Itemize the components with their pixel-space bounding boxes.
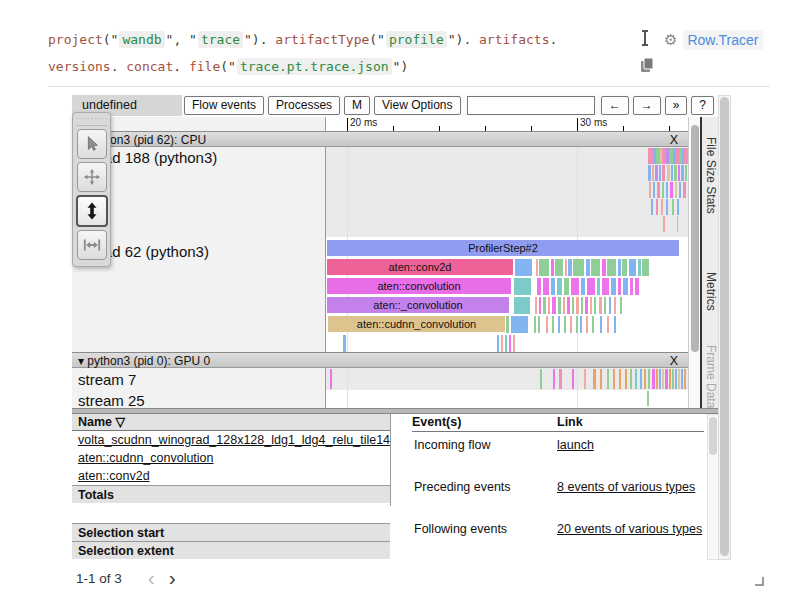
trace-event-stripe[interactable] bbox=[581, 297, 583, 314]
toolbar-button-processes[interactable]: Processes bbox=[268, 96, 340, 115]
kernel-event-stripe[interactable] bbox=[630, 369, 632, 389]
trace-event-stripe[interactable] bbox=[572, 297, 574, 314]
trace-event-stripe[interactable] bbox=[620, 297, 622, 314]
palette-drag-handle[interactable]: ·················· bbox=[76, 114, 107, 126]
toolbar-button-flow-events[interactable]: Flow events bbox=[184, 96, 264, 115]
trace-event-stripe[interactable] bbox=[672, 199, 674, 215]
toolbar-button-m[interactable]: M bbox=[344, 96, 370, 115]
gpu-process-header[interactable]: ▾ python3 (pid 0): GPU 0 X bbox=[72, 352, 688, 368]
trace-event-stripe[interactable] bbox=[548, 297, 550, 314]
trace-event-stripe[interactable] bbox=[543, 278, 549, 295]
nav-button-forward[interactable]: → bbox=[633, 96, 661, 115]
trace-event-stripe[interactable] bbox=[670, 182, 673, 198]
previous-page-button[interactable]: ‹ bbox=[148, 568, 155, 588]
kernel-event-stripe[interactable] bbox=[652, 369, 655, 389]
trace-event-stripe[interactable] bbox=[539, 259, 549, 276]
trace-event-stripe[interactable] bbox=[656, 199, 658, 215]
trace-event-stripe[interactable] bbox=[607, 316, 609, 333]
kernel-event-stripe[interactable] bbox=[681, 369, 683, 389]
trace-event-stripe[interactable] bbox=[513, 335, 515, 352]
time-ruler[interactable]: 20 ms30 ms bbox=[325, 117, 688, 132]
trace-event-stripe[interactable] bbox=[630, 278, 633, 295]
select-tool-button[interactable] bbox=[77, 129, 107, 159]
trace-event-stripe[interactable] bbox=[557, 278, 562, 295]
trace-event-stripe[interactable] bbox=[552, 316, 554, 333]
name-table-link-row[interactable]: aten::conv2d bbox=[72, 467, 390, 485]
trace-event-stripe[interactable] bbox=[551, 278, 555, 295]
trace-event-stripe[interactable] bbox=[663, 216, 665, 232]
trace-event-stripe[interactable] bbox=[580, 316, 582, 333]
kernel-event-stripe[interactable] bbox=[662, 369, 664, 389]
trace-event-stripe[interactable] bbox=[648, 165, 651, 181]
kernel-event-stripe[interactable] bbox=[669, 369, 671, 389]
kernel-event-stripe[interactable] bbox=[619, 369, 621, 389]
trace-event-stripe[interactable] bbox=[678, 165, 680, 181]
kernel-event-stripe[interactable] bbox=[644, 369, 646, 389]
trace-event-stripe[interactable] bbox=[679, 182, 681, 198]
trace-event-stripe[interactable] bbox=[558, 316, 560, 333]
trace-event-stripe[interactable] bbox=[666, 182, 668, 198]
trace-event-stripe[interactable] bbox=[551, 259, 554, 276]
trace-event-stripe[interactable] bbox=[543, 297, 546, 314]
trace-event-stripe[interactable] bbox=[614, 316, 616, 333]
trace-event-stripe[interactable] bbox=[618, 259, 621, 276]
kernel-event-stripe[interactable] bbox=[648, 369, 650, 389]
trace-event-stripe[interactable] bbox=[501, 335, 503, 352]
kernel-event-stripe[interactable] bbox=[584, 369, 586, 389]
trace-event-stripe[interactable] bbox=[607, 259, 616, 276]
trace-event-stripe[interactable] bbox=[671, 165, 673, 181]
outer-scrollbar[interactable] bbox=[718, 95, 731, 560]
trace-event-stripe[interactable] bbox=[674, 165, 677, 181]
trace-event-stripe[interactable] bbox=[585, 297, 588, 314]
nav-button-help[interactable]: ? bbox=[691, 96, 714, 115]
trace-event-stripe[interactable] bbox=[538, 316, 540, 333]
trace-event-stripe[interactable] bbox=[509, 335, 511, 352]
trace-span[interactable]: aten::convolution bbox=[327, 278, 511, 294]
horizontal-zoom-tool-button[interactable] bbox=[77, 230, 107, 260]
next-page-button[interactable]: › bbox=[169, 568, 176, 588]
kernel-event-stripe[interactable] bbox=[625, 369, 627, 389]
trace-span[interactable]: aten::cudnn_convolution bbox=[328, 316, 505, 332]
trace-event-stripe[interactable] bbox=[614, 297, 616, 314]
trace-event-stripe[interactable] bbox=[653, 182, 655, 198]
trace-event-stripe[interactable] bbox=[539, 297, 541, 314]
analysis-scrollbar-thumb[interactable] bbox=[709, 417, 717, 455]
trace-event-stripe[interactable] bbox=[649, 182, 651, 198]
kernel-event-stripe[interactable] bbox=[593, 369, 596, 389]
trace-event-stripe[interactable] bbox=[599, 297, 602, 314]
resize-grip[interactable] bbox=[755, 577, 764, 586]
trace-event-stripe[interactable] bbox=[586, 259, 590, 276]
nav-button-fast-forward[interactable]: » bbox=[665, 96, 688, 115]
trace-event-stripe[interactable] bbox=[343, 335, 346, 352]
timeline-scrollbar-thumb[interactable] bbox=[691, 125, 699, 352]
kernel-event-stripe[interactable] bbox=[647, 391, 649, 406]
trace-event-stripe[interactable] bbox=[609, 297, 611, 314]
trace-event-stripe[interactable] bbox=[546, 316, 548, 333]
trace-span[interactable]: ProfilerStep#2 bbox=[327, 240, 679, 256]
kernel-event-stripe[interactable] bbox=[659, 369, 661, 389]
trace-event-stripe[interactable] bbox=[536, 259, 538, 276]
trace-event-stripe[interactable] bbox=[581, 278, 585, 295]
trace-event-stripe[interactable] bbox=[565, 259, 567, 276]
timeline-scrollbar[interactable] bbox=[688, 117, 700, 408]
trace-event-stripe[interactable] bbox=[655, 165, 658, 181]
trace-event-stripe[interactable] bbox=[602, 278, 609, 295]
trace-event-stripe[interactable] bbox=[535, 297, 537, 314]
kernel-event-stripe[interactable] bbox=[572, 369, 574, 389]
trace-event-stripe[interactable] bbox=[677, 216, 678, 232]
trace-event-stripe[interactable] bbox=[622, 259, 627, 276]
kernel-event-stripe[interactable] bbox=[684, 369, 686, 389]
toolbar-button-view-options[interactable]: View Options bbox=[374, 96, 460, 115]
trace-event-stripe[interactable] bbox=[618, 278, 621, 295]
trace-event-stripe[interactable] bbox=[638, 259, 641, 276]
side-tab-frame-data[interactable]: Frame Data bbox=[704, 345, 718, 408]
kernel-event-stripe[interactable] bbox=[600, 369, 602, 389]
trace-event-stripe[interactable] bbox=[677, 199, 679, 215]
trace-event-stripe[interactable] bbox=[568, 259, 572, 276]
trace-event-stripe[interactable] bbox=[662, 165, 665, 181]
gpu-close-button[interactable]: X bbox=[670, 353, 678, 369]
trace-event-stripe[interactable] bbox=[514, 297, 530, 314]
kernel-event-stripe[interactable] bbox=[656, 369, 658, 389]
side-tab-file-size-stats[interactable]: File Size Stats bbox=[704, 137, 718, 214]
trace-event-stripe[interactable] bbox=[564, 278, 569, 295]
